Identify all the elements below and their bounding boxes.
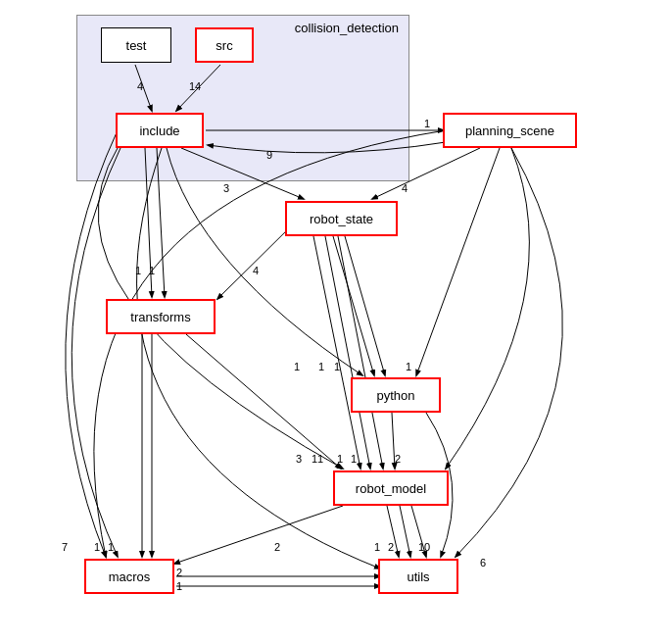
edge-label-2c: 2 xyxy=(274,541,280,553)
node-utils[interactable]: utils xyxy=(378,559,458,594)
svg-line-11 xyxy=(313,236,360,469)
svg-line-10 xyxy=(416,148,500,375)
edge-label-2d: 2 xyxy=(388,541,394,553)
node-src[interactable]: src xyxy=(195,27,254,63)
svg-line-6 xyxy=(157,148,165,297)
node-robot-state[interactable]: robot_state xyxy=(285,201,398,236)
edge-label-2a: 2 xyxy=(395,453,401,465)
edges-svg xyxy=(0,0,672,643)
node-planning-scene-label: planning_scene xyxy=(465,124,554,138)
node-transforms[interactable]: transforms xyxy=(106,299,216,334)
edge-label-1b: 1 xyxy=(135,265,141,276)
edge-label-1k: 1 xyxy=(108,541,114,553)
node-robot-model[interactable]: robot_model xyxy=(333,470,449,506)
node-include-label: include xyxy=(139,124,179,138)
edge-label-4c: 4 xyxy=(253,265,259,276)
svg-line-9 xyxy=(345,236,385,375)
edge-label-1m: 1 xyxy=(374,541,380,553)
svg-line-21 xyxy=(400,506,410,557)
edge-label-9: 9 xyxy=(266,149,272,161)
svg-line-12 xyxy=(325,236,370,469)
edge-label-7: 7 xyxy=(62,541,68,553)
edge-label-1d: 1 xyxy=(318,361,324,372)
edge-label-14: 14 xyxy=(189,80,201,92)
edge-label-3b: 3 xyxy=(296,453,302,465)
node-include[interactable]: include xyxy=(116,113,204,148)
svg-line-13 xyxy=(338,236,383,469)
node-src-label: src xyxy=(216,38,232,53)
edge-label-3a: 3 xyxy=(223,182,229,194)
node-robot-model-label: robot_model xyxy=(356,481,426,496)
node-test-label: test xyxy=(126,38,147,53)
node-macros[interactable]: macros xyxy=(84,559,174,594)
edge-label-1j: 1 xyxy=(94,541,100,553)
edge-label-1c: 1 xyxy=(149,265,155,276)
node-transforms-label: transforms xyxy=(130,310,190,324)
edge-label-1l: 1 xyxy=(176,580,182,592)
edge-label-4b: 4 xyxy=(402,182,408,194)
node-test[interactable]: test xyxy=(101,27,171,63)
svg-line-8 xyxy=(333,236,374,375)
edge-label-1f: 1 xyxy=(406,361,411,372)
diagram-container: collision_detection xyxy=(0,0,672,643)
edge-label-1g: 1 xyxy=(294,361,300,372)
svg-line-15 xyxy=(186,334,341,469)
node-macros-label: macros xyxy=(109,569,151,584)
node-planning-scene[interactable]: planning_scene xyxy=(443,113,577,148)
edge-label-1a: 1 xyxy=(424,118,430,129)
edge-label-1e: 1 xyxy=(334,361,340,372)
edge-label-10: 10 xyxy=(418,541,430,553)
node-python[interactable]: python xyxy=(351,377,441,413)
edge-label-6: 6 xyxy=(480,557,486,569)
svg-line-19 xyxy=(174,506,343,564)
edge-label-1i: 1 xyxy=(351,453,357,465)
edge-label-4a: 4 xyxy=(137,80,143,92)
edge-label-2b: 2 xyxy=(176,567,182,578)
edge-label-1h: 1 xyxy=(337,453,343,465)
edge-label-11: 11 xyxy=(312,453,323,465)
node-utils-label: utils xyxy=(407,569,429,584)
node-robot-state-label: robot_state xyxy=(310,212,373,226)
svg-line-4 xyxy=(372,148,480,199)
node-python-label: python xyxy=(376,388,414,403)
